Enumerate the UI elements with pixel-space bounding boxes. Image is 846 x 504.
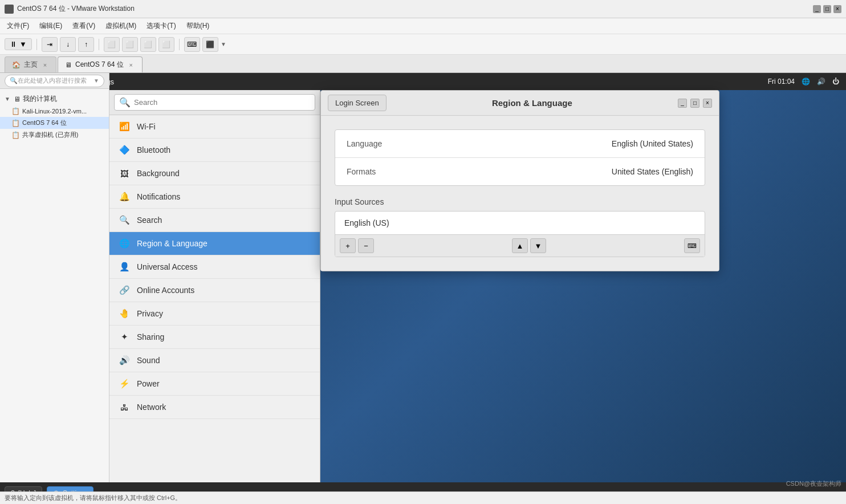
settings-list: 📶 Wi-Fi 🔷 Bluetooth 🖼 Background 🔔 Notif…	[109, 115, 320, 482]
tab-home-close[interactable]: ×	[41, 61, 49, 69]
settings-label-network: Network	[137, 403, 166, 412]
tree-root[interactable]: ▼ 🖥 我的计算机	[0, 92, 109, 105]
region-window-controls: _ □ ×	[678, 99, 712, 108]
desktop-background: 🏠 Home 🗑 Trash 🔍 📶 Wi-Fi 🔷	[109, 90, 846, 482]
settings-label-online: Online Accounts	[137, 286, 194, 295]
universal-icon: 👤	[119, 261, 130, 273]
add-input-source-btn[interactable]: +	[340, 238, 356, 253]
menu-view[interactable]: 查看(V)	[68, 20, 100, 32]
menu-file[interactable]: 文件(F)	[2, 20, 34, 32]
background-icon: 🖼	[119, 168, 130, 179]
region-minimize-btn[interactable]: _	[678, 99, 687, 108]
settings-item-network[interactable]: 🖧 Network	[109, 396, 320, 419]
tab-centos-label: CentOS 7 64 位	[75, 60, 124, 70]
tree-kali-icon: 📋	[11, 107, 20, 115]
settings-label-search: Search	[137, 216, 162, 225]
region-settings-table: Language English (United States) Formats…	[335, 129, 705, 186]
vmware-statusbar: 要将输入定向到该虚拟机，请将鼠标指针移入其中或按 Ctrl+G。	[0, 491, 846, 504]
toolbar-btn-3[interactable]: ↑	[78, 37, 94, 52]
region-maximize-btn[interactable]: □	[690, 99, 699, 108]
sidebar-search-dropdown[interactable]: ▼	[93, 78, 99, 84]
settings-item-wifi[interactable]: 📶 Wi-Fi	[109, 115, 320, 139]
expand-icon: ▼	[5, 96, 11, 102]
settings-label-region: Region & Language	[137, 239, 208, 248]
formats-label: Formats	[347, 167, 612, 176]
vmware-toolbar: ⏸ ▼ ⇥ ↓ ↑ ⬜ ⬜ ⬜ ⬜ ⌨ ⬛ ▼	[0, 34, 846, 55]
desktop-area: Applications Places Settings Fri 01:04 🌐…	[0, 73, 846, 504]
minimize-button[interactable]: _	[813, 5, 821, 13]
menu-tabs[interactable]: 选项卡(T)	[142, 20, 180, 32]
move-down-btn[interactable]: ▼	[530, 238, 546, 253]
vmware-titlebar: CentOS 7 64 位 - VMware Workstation _ □ ×	[0, 0, 846, 18]
settings-item-online[interactable]: 🔗 Online Accounts	[109, 279, 320, 302]
language-row[interactable]: Language English (United States)	[335, 130, 705, 158]
menu-help[interactable]: 帮助(H)	[182, 20, 214, 32]
move-up-btn[interactable]: ▲	[512, 238, 528, 253]
privacy-icon: 🤚	[119, 308, 130, 319]
terminal-btn[interactable]: ⌨	[184, 37, 200, 52]
input-source-controls: + − ▲ ▼ ⌨	[335, 234, 705, 257]
keyboard-settings-btn[interactable]: ⌨	[684, 238, 700, 253]
toolbar-btn-7[interactable]: ⬜	[158, 37, 174, 52]
sidebar-search-box[interactable]: 🔍 在此处键入内容进行搜索 ▼	[5, 75, 104, 87]
tab-centos[interactable]: 🖥 CentOS 7 64 位 ×	[58, 56, 143, 72]
menu-vm[interactable]: 虚拟机(M)	[101, 20, 141, 32]
settings-item-notifications[interactable]: 🔔 Notifications	[109, 185, 320, 209]
settings-search-icon: 🔍	[119, 97, 131, 108]
input-source-english-us[interactable]: English (US)	[335, 212, 705, 234]
region-close-btn[interactable]: ×	[703, 99, 712, 108]
remove-input-source-btn[interactable]: −	[358, 238, 374, 253]
gnome-topbar: Applications Places Settings Fri 01:04 🌐…	[0, 73, 846, 90]
tab-home[interactable]: 🏠 主页 ×	[5, 56, 56, 72]
settings-item-bluetooth[interactable]: 🔷 Bluetooth	[109, 139, 320, 162]
settings-item-universal[interactable]: 👤 Universal Access	[109, 255, 320, 279]
settings-search-box[interactable]: 🔍	[114, 94, 315, 111]
login-screen-button[interactable]: Login Screen	[328, 95, 387, 111]
tree-kali[interactable]: 📋 Kali-Linux-2019.2-vm...	[0, 105, 109, 117]
tab-home-icon: 🏠	[12, 61, 21, 69]
search-icon: 🔍	[10, 77, 18, 84]
pause-icon: ⏸	[10, 40, 17, 48]
tree-centos-icon: 📋	[11, 119, 20, 127]
sharing-icon: ✦	[119, 331, 130, 343]
language-label: Language	[347, 139, 612, 148]
watermark: CSDN@夜壶架构师	[786, 479, 841, 488]
formats-row[interactable]: Formats United States (English)	[335, 158, 705, 185]
pause-button[interactable]: ⏸ ▼	[5, 38, 32, 50]
toolbar-btn-2[interactable]: ↓	[60, 37, 76, 52]
settings-label-universal: Universal Access	[137, 262, 198, 271]
settings-search-input[interactable]	[134, 98, 310, 107]
pause-dropdown-icon: ▼	[19, 40, 27, 48]
settings-item-sound[interactable]: 🔊 Sound	[109, 349, 320, 372]
tree-shared-label: 共享虚拟机 (已弃用)	[22, 131, 78, 139]
tree-shared[interactable]: 📋 共享虚拟机 (已弃用)	[0, 129, 109, 141]
settings-item-region[interactable]: 🌐 Region & Language	[109, 232, 320, 255]
toolbar-btn-1[interactable]: ⇥	[42, 37, 58, 52]
volume-icon: 🔊	[817, 78, 825, 86]
settings-item-search[interactable]: 🔍 Search	[109, 209, 320, 232]
sound-icon: 🔊	[119, 355, 130, 366]
settings-item-power[interactable]: ⚡ Power	[109, 372, 320, 396]
vmware-window-controls[interactable]: _ □ ×	[813, 5, 841, 13]
settings-item-background[interactable]: 🖼 Background	[109, 162, 320, 185]
close-button[interactable]: ×	[833, 5, 841, 13]
settings-item-sharing[interactable]: ✦ Sharing	[109, 326, 320, 349]
toolbar-btn-5[interactable]: ⬜	[122, 37, 138, 52]
settings-label-bluetooth: Bluetooth	[137, 145, 170, 155]
tab-centos-close[interactable]: ×	[127, 61, 135, 69]
tree-centos-label: CentOS 7 64 位	[22, 119, 67, 127]
settings-item-privacy[interactable]: 🤚 Privacy	[109, 302, 320, 326]
toolbar-btn-4[interactable]: ⬜	[104, 37, 120, 52]
menu-edit[interactable]: 编辑(E)	[35, 20, 67, 32]
screen-btn[interactable]: ⬛	[202, 37, 218, 52]
online-icon: 🔗	[119, 284, 130, 296]
tree-root-label: 我的计算机	[23, 94, 57, 104]
toolbar-btn-6[interactable]: ⬜	[140, 37, 156, 52]
vmware-title: CentOS 7 64 位 - VMware Workstation	[17, 4, 813, 14]
toolbar-separator-2	[99, 39, 99, 50]
restore-button[interactable]: □	[823, 5, 831, 13]
input-source-label: English (US)	[344, 218, 389, 227]
tree-centos[interactable]: 📋 CentOS 7 64 位	[0, 117, 109, 129]
input-sources-box: English (US) + − ▲ ▼ ⌨	[335, 211, 705, 257]
region-title: Region & Language	[387, 98, 678, 108]
